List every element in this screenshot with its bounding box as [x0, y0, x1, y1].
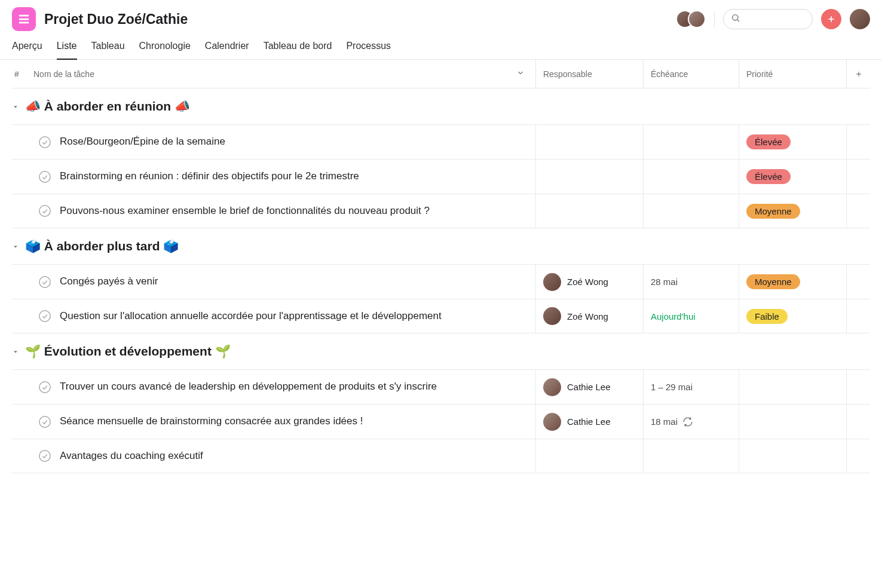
tab-list[interactable]: Liste	[57, 37, 77, 60]
tab-board[interactable]: Tableau	[91, 37, 125, 59]
complete-task-check-icon[interactable]	[38, 204, 51, 218]
svg-point-9	[39, 136, 50, 147]
extra-cell	[846, 439, 870, 473]
complete-task-check-icon[interactable]	[38, 310, 51, 323]
task-name: Question sur l'allocation annuelle accor…	[60, 310, 442, 323]
current-user-avatar[interactable]	[850, 9, 870, 29]
assignee-cell[interactable]: Cathie Lee	[535, 405, 643, 439]
search-input[interactable]	[745, 14, 805, 24]
column-task-name[interactable]: Nom de la tâche	[33, 69, 94, 79]
svg-point-3	[733, 15, 738, 20]
section-header[interactable]: 📣 À aborder en réunion 📣	[12, 88, 870, 124]
task-name-cell[interactable]: Avantages du coaching exécutif	[33, 445, 535, 467]
due-date: 28 mai	[651, 277, 678, 287]
complete-task-check-icon[interactable]	[38, 449, 51, 463]
priority-cell[interactable]: Élevée	[739, 125, 846, 159]
priority-pill-high: Élevée	[746, 134, 791, 149]
task-name-cell[interactable]: Séance mensuelle de brainstorming consac…	[33, 410, 535, 433]
add-column-button[interactable]	[846, 60, 870, 88]
task-row[interactable]: Trouver un cours avancé de leadership en…	[12, 369, 870, 404]
priority-cell[interactable]: Moyenne	[739, 194, 846, 228]
task-name-cell[interactable]: Question sur l'allocation annuelle accor…	[33, 305, 535, 327]
due-date-cell[interactable]	[643, 194, 739, 228]
svg-line-4	[737, 20, 739, 22]
column-due[interactable]: Échéance	[643, 60, 739, 88]
task-name-cell[interactable]: Congés payés à venir	[33, 270, 535, 293]
priority-cell[interactable]: Moyenne	[739, 265, 846, 299]
task-name: Avantages du coaching exécutif	[60, 449, 203, 463]
task-name-cell[interactable]: Rose/Bourgeon/Épine de la semaine	[33, 130, 535, 153]
extra-cell	[846, 405, 870, 439]
column-header-row: # Nom de la tâche Responsable Échéance P…	[12, 60, 870, 88]
section-title: 🌱 Évolution et développement 🌱	[25, 344, 231, 359]
svg-point-10	[39, 171, 50, 182]
assignee-cell[interactable]	[535, 125, 643, 159]
extra-cell	[846, 194, 870, 228]
due-date: 1 – 29 mai	[651, 382, 693, 392]
project-members[interactable]	[676, 10, 706, 28]
assignee-name: Zoé Wong	[567, 311, 608, 321]
collapse-caret-icon[interactable]	[12, 344, 19, 359]
due-date-cell[interactable]	[643, 160, 739, 194]
task-name-cell[interactable]: Pouvons-nous examiner ensemble le brief …	[33, 200, 535, 222]
member-avatar[interactable]	[688, 10, 706, 28]
task-row[interactable]: Brainstorming en réunion : définir des o…	[12, 159, 870, 194]
svg-point-12	[39, 276, 50, 287]
task-row[interactable]: Congés payés à venirZoé Wong28 maiMoyenn…	[12, 264, 870, 299]
extra-cell	[846, 265, 870, 299]
extra-cell	[846, 125, 870, 159]
task-row[interactable]: Pouvons-nous examiner ensemble le brief …	[12, 194, 870, 228]
tabs: AperçuListeTableauChronologieCalendrierT…	[0, 31, 882, 60]
complete-task-check-icon[interactable]	[38, 275, 51, 289]
task-name-cell[interactable]: Brainstorming en réunion : définir des o…	[33, 165, 535, 188]
collapse-caret-icon[interactable]	[12, 99, 19, 114]
assignee-cell[interactable]: Cathie Lee	[535, 370, 643, 404]
due-date-cell[interactable]: 28 mai	[643, 265, 739, 299]
tab-process[interactable]: Processus	[346, 37, 391, 59]
tab-timeline[interactable]: Chronologie	[139, 37, 191, 59]
priority-cell[interactable]: Faible	[739, 299, 846, 333]
tab-calendar[interactable]: Calendrier	[205, 37, 249, 59]
project-icon[interactable]	[12, 7, 36, 31]
assignee-cell[interactable]: Zoé Wong	[535, 299, 643, 333]
section-header[interactable]: 🌱 Évolution et développement 🌱	[12, 333, 870, 369]
assignee-name: Cathie Lee	[567, 416, 611, 427]
svg-rect-1	[19, 19, 29, 20]
column-hash[interactable]: #	[12, 69, 33, 79]
recurring-icon	[682, 416, 693, 427]
add-button[interactable]	[821, 9, 841, 29]
due-date-cell[interactable]: 1 – 29 mai	[643, 370, 739, 404]
tab-dashboard[interactable]: Tableau de bord	[264, 37, 332, 59]
task-name-cell[interactable]: Trouver un cours avancé de leadership en…	[33, 375, 535, 398]
collapse-caret-icon[interactable]	[12, 239, 19, 253]
search-box[interactable]	[723, 9, 813, 29]
due-date-cell[interactable]: 18 mai	[643, 405, 739, 439]
task-row[interactable]: Rose/Bourgeon/Épine de la semaineÉlevée	[12, 124, 870, 159]
complete-task-check-icon[interactable]	[38, 170, 51, 183]
assignee-cell[interactable]	[535, 194, 643, 228]
complete-task-check-icon[interactable]	[38, 136, 51, 149]
task-row[interactable]: Avantages du coaching exécutif	[12, 439, 870, 473]
due-date-cell[interactable]	[643, 439, 739, 473]
search-icon	[731, 13, 740, 25]
column-assignee[interactable]: Responsable	[535, 60, 643, 88]
task-row[interactable]: Question sur l'allocation annuelle accor…	[12, 299, 870, 333]
task-row[interactable]: Séance mensuelle de brainstorming consac…	[12, 404, 870, 439]
priority-cell[interactable]	[739, 370, 846, 404]
section-header[interactable]: 🗳️ À aborder plus tard 🗳️	[12, 228, 870, 264]
priority-cell[interactable]	[739, 439, 846, 473]
due-date-cell[interactable]: Aujourd'hui	[643, 299, 739, 333]
assignee-cell[interactable]	[535, 160, 643, 194]
priority-cell[interactable]	[739, 405, 846, 439]
due-date-cell[interactable]	[643, 125, 739, 159]
section-later: 🗳️ À aborder plus tard 🗳️Congés payés à …	[12, 228, 870, 333]
column-priority[interactable]: Priorité	[739, 60, 846, 88]
assignee-cell[interactable]	[535, 439, 643, 473]
priority-cell[interactable]: Élevée	[739, 160, 846, 194]
project-title[interactable]: Projet Duo Zoé/Cathie	[44, 11, 188, 27]
complete-task-check-icon[interactable]	[38, 415, 51, 428]
chevron-down-icon[interactable]	[516, 69, 525, 79]
tab-overview[interactable]: Aperçu	[12, 37, 42, 59]
complete-task-check-icon[interactable]	[38, 381, 51, 394]
assignee-cell[interactable]: Zoé Wong	[535, 265, 643, 299]
